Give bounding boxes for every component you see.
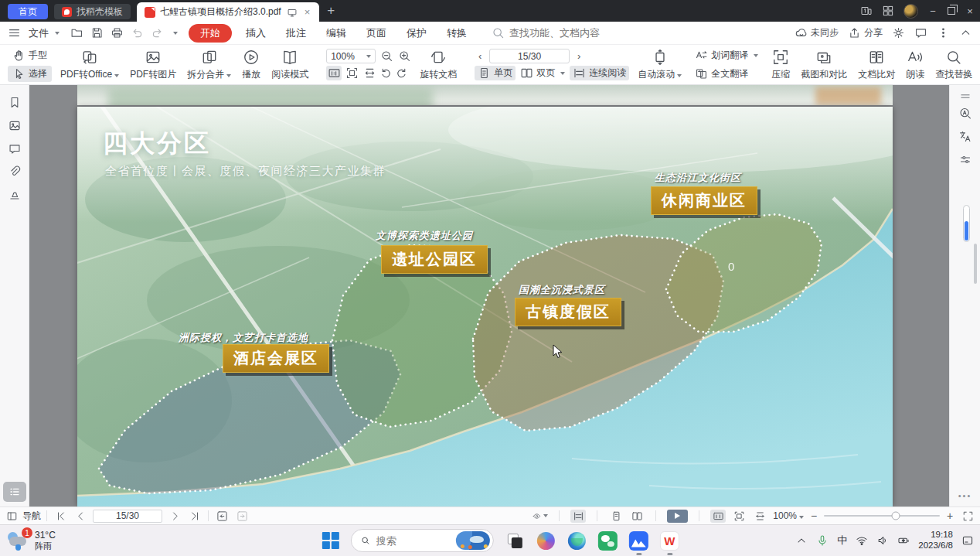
print-icon[interactable] [111, 26, 124, 39]
bookmark-icon[interactable] [8, 96, 21, 109]
history-forward-button[interactable] [234, 510, 250, 523]
hamburger-icon[interactable] [8, 26, 21, 39]
rotate-doc-button[interactable]: 旋转文档 [414, 49, 462, 81]
hidden-icons-chevron[interactable] [795, 534, 808, 547]
command-search-input[interactable] [509, 27, 625, 39]
fit-page-status-button[interactable] [731, 510, 747, 523]
fit-width-status-button[interactable] [752, 510, 767, 523]
attachment-icon[interactable] [8, 165, 21, 178]
edge-browser-icon[interactable] [567, 531, 587, 551]
taskbar-clock[interactable]: 19:18 2023/6/8 [918, 530, 953, 551]
eye-protection-button[interactable] [533, 510, 548, 523]
menu-start-active[interactable]: 开始 [189, 24, 232, 43]
menu-convert[interactable]: 转换 [441, 26, 473, 40]
save-icon[interactable] [90, 26, 104, 39]
feedback-comment-icon[interactable] [914, 26, 927, 39]
find-in-doc-icon[interactable] [958, 107, 971, 120]
tab-docer[interactable]: 找稻壳模板 [54, 4, 131, 19]
auto-scroll-button[interactable]: 自动滚动 [632, 49, 687, 81]
screenshot-compare-button[interactable]: 截图和对比 [795, 49, 852, 81]
prev-page-button[interactable] [73, 510, 88, 523]
tab-home[interactable]: 首页 [8, 4, 48, 19]
search-highlight-image[interactable] [456, 531, 490, 550]
zoom-select[interactable]: 100% [326, 49, 376, 63]
prev-page-icon[interactable]: ‹ [475, 50, 485, 62]
split-merge-button[interactable]: 拆分合并 [182, 49, 236, 81]
next-page-icon[interactable]: › [573, 50, 584, 62]
new-tab-button[interactable]: + [327, 3, 335, 19]
wps-app-icon[interactable]: W [660, 531, 679, 551]
select-tool-active[interactable]: 选择 [8, 66, 52, 82]
single-page-view-button[interactable] [608, 510, 624, 523]
pdf-to-image-button[interactable]: PDF转图片 [124, 49, 182, 81]
menu-insert[interactable]: 插入 [240, 26, 272, 40]
document-viewport[interactable]: 四大分区 全省首位度丨会展、度假、夜间经济三大产业集群 洲际授权，文艺打卡首选地… [29, 85, 949, 507]
notification-center-icon[interactable] [961, 534, 974, 547]
start-button[interactable] [322, 532, 339, 549]
zoom-slider[interactable] [824, 515, 940, 517]
double-page-mode[interactable]: 双页 [517, 66, 568, 80]
wifi-icon[interactable] [856, 534, 868, 547]
collapse-ribbon-icon[interactable] [959, 26, 972, 39]
customize-quickbar-icon[interactable] [173, 32, 178, 35]
menu-protect[interactable]: 保护 [400, 26, 433, 40]
speaker-icon[interactable] [876, 534, 889, 547]
pdf-to-office-button[interactable]: PDF转Office [55, 49, 124, 81]
copilot-app-icon[interactable] [536, 531, 556, 551]
word-translate-button[interactable]: 划词翻译 [690, 47, 763, 63]
taskbar-search[interactable] [351, 529, 494, 552]
read-aloud-button[interactable]: 朗读 [900, 49, 930, 81]
statusbar-zoom-value[interactable]: 100% [773, 510, 804, 521]
hand-tool[interactable]: 手型 [8, 47, 52, 63]
undo-icon[interactable] [131, 26, 144, 39]
tab-document-active[interactable]: 七鲤古镇项目概括介绍3.0.pdf × [137, 2, 319, 22]
user-avatar[interactable] [903, 4, 918, 19]
menu-edit[interactable]: 编辑 [320, 26, 352, 40]
compress-button[interactable]: 压缩 [766, 49, 795, 81]
sync-status[interactable]: 未同步 [795, 26, 839, 39]
full-translate-button[interactable]: 全文翻译 [690, 66, 763, 82]
wechat-app-icon[interactable] [598, 531, 618, 551]
task-view-button[interactable] [505, 531, 525, 551]
sliders-settings-icon[interactable] [958, 153, 971, 166]
ime-indicator[interactable]: 中 [837, 534, 847, 547]
continuous-read-mode[interactable]: 连续阅读 [570, 66, 629, 80]
first-page-button[interactable] [53, 510, 68, 523]
fit-page-button[interactable] [344, 66, 359, 80]
panel-handle-icon[interactable] [958, 90, 972, 103]
menu-pages[interactable]: 页面 [360, 26, 393, 40]
slideshow-play-button[interactable] [667, 510, 688, 523]
zoom-slider-knob[interactable] [892, 512, 900, 520]
minimize-button[interactable]: − [927, 5, 938, 17]
menu-annotate[interactable]: 批注 [280, 26, 312, 40]
mountain-app-icon[interactable] [629, 531, 648, 551]
stamp-sign-icon[interactable] [8, 188, 21, 201]
next-page-button[interactable] [167, 510, 182, 523]
play-button[interactable]: 播放 [236, 49, 266, 81]
continuous-mode-button[interactable] [570, 510, 586, 523]
open-folder-icon[interactable] [70, 26, 83, 39]
single-page-mode[interactable]: 单页 [475, 66, 516, 80]
zoom-out-icon[interactable] [380, 49, 393, 63]
read-mode-button[interactable]: 阅读模式 [266, 49, 314, 81]
actual-size-status-button[interactable] [710, 510, 726, 523]
zoom-minus-button[interactable]: − [809, 510, 818, 522]
image-panel-icon[interactable] [8, 119, 21, 132]
monitor-present-icon[interactable] [286, 7, 298, 18]
rotate-cw-icon[interactable] [395, 67, 408, 80]
more-panels-icon[interactable]: ••• [958, 491, 972, 500]
more-vertical-icon[interactable] [937, 26, 950, 39]
redo-icon[interactable] [151, 26, 164, 39]
menu-file[interactable]: 文件 [29, 26, 60, 40]
restore-button[interactable] [948, 7, 955, 15]
scrollbar-track-thumb[interactable] [974, 244, 977, 284]
page-number-input[interactable] [489, 49, 570, 63]
statusbar-page-input[interactable] [93, 510, 162, 523]
translate-panel-icon[interactable] [958, 130, 971, 143]
microphone-icon[interactable] [816, 534, 829, 547]
command-search[interactable] [492, 26, 625, 39]
taskbar-search-input[interactable] [376, 535, 450, 547]
nav-toggle[interactable]: 导航 [6, 510, 41, 523]
apps-grid-icon[interactable] [882, 5, 894, 17]
rotate-ccw-icon[interactable] [379, 67, 393, 80]
